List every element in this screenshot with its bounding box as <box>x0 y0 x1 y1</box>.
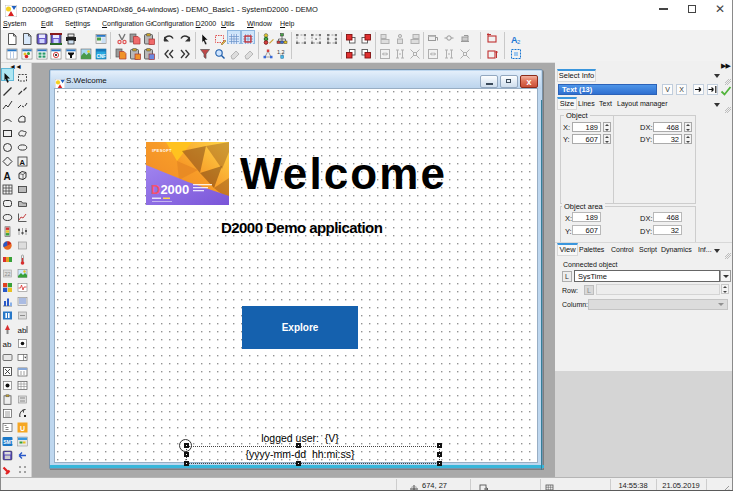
svg-text:A: A <box>4 171 11 182</box>
svg-text:CNF: CNF <box>97 54 106 59</box>
svg-text:2: 2 <box>517 39 521 45</box>
svg-text:U: U <box>20 425 25 432</box>
svg-text:22: 22 <box>5 271 11 277</box>
svg-text:SMT: SMT <box>3 439 13 445</box>
svg-text:IPESOFT: IPESOFT <box>152 148 172 153</box>
svg-text:1,2: 1,2 <box>277 49 285 55</box>
svg-text:D2000: D2000 <box>151 182 189 197</box>
svg-text:ab: ab <box>3 340 12 349</box>
svg-text:A: A <box>20 158 26 167</box>
svg-text:ab: ab <box>18 326 27 335</box>
